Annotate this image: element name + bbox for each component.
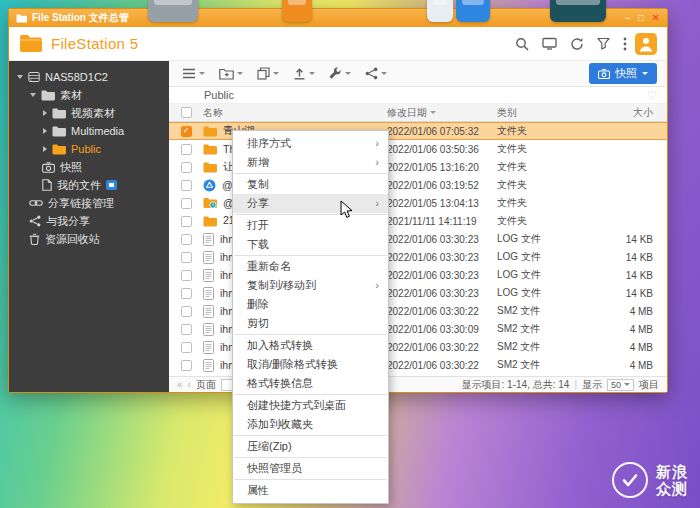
mouse-cursor — [340, 200, 353, 223]
maximize-button[interactable]: □ — [638, 14, 643, 23]
sidebar-item-nas-root[interactable]: NAS58D1C2 — [9, 68, 169, 86]
watermark-text: 新浪 众测 — [656, 463, 688, 498]
row-checkbox[interactable] — [181, 252, 192, 263]
row-checkbox[interactable] — [181, 288, 192, 299]
minimize-button[interactable]: − — [625, 14, 630, 23]
icon-detail — [288, 0, 306, 5]
caret-right-icon[interactable] — [43, 110, 47, 116]
sidebar-item-shared-with-me[interactable]: 与我分享 — [9, 212, 169, 230]
icon-detail — [433, 0, 447, 5]
menu-item-rename[interactable]: 重新命名 — [233, 257, 388, 276]
favorite-heart-icon[interactable]: ♡ — [647, 90, 657, 101]
checkbox-cell — [169, 360, 203, 371]
first-page-button[interactable]: « — [177, 379, 183, 390]
chevron-down-icon — [199, 72, 205, 78]
menu-item-cut[interactable]: 剪切 — [233, 314, 388, 333]
menu-item-add-transcode[interactable]: 加入格式转换 — [233, 336, 388, 355]
page-size-select[interactable]: 50 — [607, 379, 634, 391]
caret-right-icon[interactable] — [43, 128, 47, 134]
breadcrumb-path[interactable]: Public — [204, 89, 234, 101]
app-title: FileStation 5 — [51, 35, 138, 52]
menu-item-label: 添加到收藏夹 — [247, 415, 313, 434]
menu-item-sort-by[interactable]: 排序方式› — [233, 134, 388, 153]
app-blue-icon[interactable] — [456, 0, 490, 22]
sidebar-item-snapshots[interactable]: 快照 — [9, 158, 169, 176]
filter-icon[interactable] — [597, 37, 610, 50]
sidebar-item-share-link-manager[interactable]: 分享链接管理 — [9, 194, 169, 212]
more-icon[interactable] — [623, 37, 627, 51]
refresh-icon[interactable] — [570, 37, 584, 51]
menu-item-compress-zip[interactable]: 压缩(Zip) — [233, 437, 388, 456]
caret-right-icon[interactable] — [43, 146, 47, 152]
sidebar-item-folder-public[interactable]: Public — [9, 140, 169, 158]
file-icon — [203, 359, 214, 372]
row-checkbox[interactable] — [181, 360, 192, 371]
surveillance-app-icon[interactable] — [550, 0, 606, 22]
menu-item-copy-move-to[interactable]: 复制到/移动到› — [233, 276, 388, 295]
file-type-cell: 文件夹 — [497, 214, 599, 228]
select-all-checkbox[interactable] — [181, 107, 192, 118]
page-label: 页面 — [196, 378, 216, 392]
menu-item-download[interactable]: 下载 — [233, 235, 388, 254]
menu-item-snapshot-manager[interactable]: 快照管理员 — [233, 459, 388, 478]
menu-item-cancel-transcode[interactable]: 取消/删除格式转换 — [233, 355, 388, 374]
system-tool-icon[interactable] — [148, 0, 198, 22]
create-folder-button[interactable] — [214, 65, 248, 83]
row-checkbox[interactable] — [181, 198, 192, 209]
column-name[interactable]: 名称 — [203, 106, 387, 120]
remote-display-icon[interactable] — [542, 37, 557, 50]
checkbox-cell — [169, 306, 203, 317]
app-orange-icon[interactable] — [282, 0, 312, 22]
row-checkbox[interactable] — [181, 216, 192, 227]
snapshot-button[interactable]: 快照 — [589, 63, 657, 84]
sidebar-item-my-files[interactable]: 我的文件 — [9, 176, 169, 194]
submenu-arrow-icon: › — [375, 276, 379, 295]
caret-down-icon[interactable] — [17, 75, 23, 79]
column-modified[interactable]: 修改日期 — [387, 106, 497, 120]
column-type[interactable]: 类别 — [497, 106, 599, 120]
sidebar-item-recycle-bin[interactable]: 资源回收站 — [9, 230, 169, 248]
menu-item-transcode-info[interactable]: 格式转换信息 — [233, 374, 388, 393]
checkbox-cell — [169, 198, 203, 209]
row-checkbox[interactable] — [181, 270, 192, 281]
sidebar-item-folder-video[interactable]: 视频素材 — [9, 104, 169, 122]
row-checkbox[interactable] — [181, 324, 192, 335]
column-size[interactable]: 大小 — [599, 106, 667, 120]
menu-item-delete[interactable]: 删除 — [233, 295, 388, 314]
menu-item-create-shortcut[interactable]: 创建快捷方式到桌面 — [233, 396, 388, 415]
prev-page-button[interactable]: ‹ — [188, 379, 191, 390]
row-checkbox[interactable] — [181, 162, 192, 173]
menu-item-add-favorites[interactable]: 添加到收藏夹 — [233, 415, 388, 434]
menu-item-share[interactable]: 分享› — [233, 194, 388, 213]
sidebar-item-folder-sucai[interactable]: 素材 — [9, 86, 169, 104]
user-avatar[interactable] — [635, 33, 657, 55]
share-nodes-button[interactable] — [360, 64, 392, 83]
menu-item-copy[interactable]: 复制 — [233, 175, 388, 194]
upload-button[interactable] — [288, 64, 320, 83]
checkbox-cell: ✓ — [169, 126, 203, 137]
close-button[interactable]: ✕ — [652, 13, 660, 23]
trash-icon — [29, 233, 40, 245]
modified-date-cell: 2022/01/06 03:30:23 — [387, 270, 497, 281]
row-checkbox[interactable] — [181, 180, 192, 191]
row-checkbox[interactable]: ✓ — [181, 126, 192, 137]
row-checkbox[interactable] — [181, 234, 192, 245]
tools-button[interactable] — [324, 64, 356, 83]
search-icon[interactable] — [515, 37, 529, 51]
mydocs-icon — [42, 179, 52, 191]
app-light-icon[interactable] — [427, 0, 453, 22]
menu-item-properties[interactable]: 属性 — [233, 481, 388, 500]
sidebar-item-label: NAS58D1C2 — [45, 71, 108, 83]
row-checkbox[interactable] — [181, 342, 192, 353]
row-checkbox[interactable] — [181, 144, 192, 155]
row-checkbox[interactable] — [181, 306, 192, 317]
sidebar-item-folder-multimedia[interactable]: Multimedia — [9, 122, 169, 140]
copy-move-button[interactable] — [252, 64, 284, 83]
menu-item-label: 压缩(Zip) — [247, 437, 292, 456]
watermark-logo-icon — [612, 462, 648, 498]
menu-item-open[interactable]: 打开 — [233, 216, 388, 235]
menu-item-create-new[interactable]: 新增› — [233, 153, 388, 172]
caret-down-icon[interactable] — [30, 93, 36, 97]
list-view-button[interactable] — [177, 65, 210, 82]
sidebar-item-label: Multimedia — [71, 125, 124, 137]
